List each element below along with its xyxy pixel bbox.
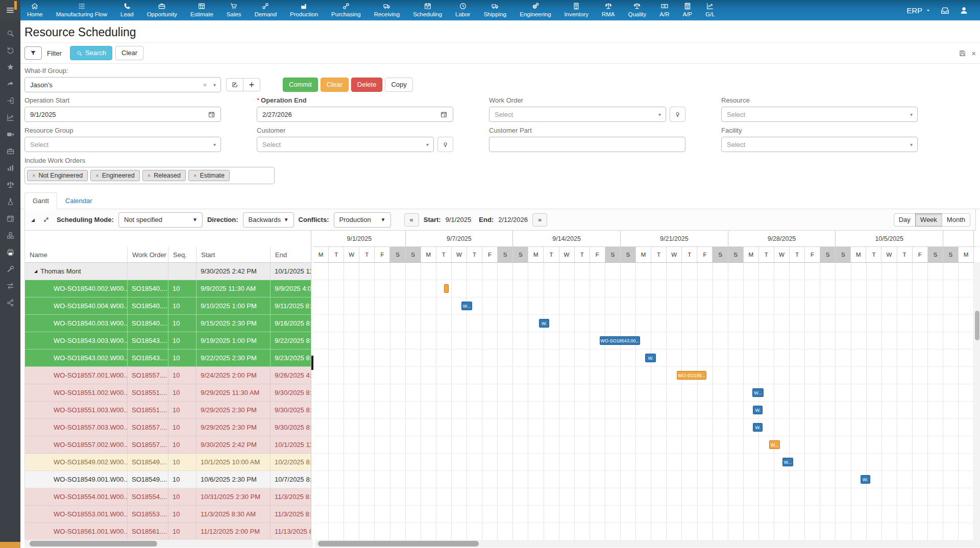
column-header-start[interactable]: Start — [197, 247, 271, 262]
add-whatif-button[interactable] — [243, 78, 260, 91]
close-icon[interactable]: × — [971, 49, 976, 57]
sidebar-item-flask[interactable] — [0, 193, 20, 210]
copy-button[interactable]: Copy — [385, 78, 412, 92]
sidebar-item-briefcase[interactable] — [0, 143, 20, 160]
nav-item[interactable]: A/R — [653, 0, 676, 20]
user-icon[interactable] — [959, 6, 969, 15]
gantt-bar[interactable]: W. — [753, 423, 763, 432]
clear-filter-button[interactable]: Clear — [115, 46, 143, 60]
customer-lookup-button[interactable] — [437, 137, 453, 152]
edit-whatif-button[interactable] — [226, 78, 243, 91]
next-range-button[interactable]: » — [532, 213, 547, 227]
nav-item[interactable]: Sales — [220, 0, 248, 20]
expand-group-icon[interactable]: ◢ — [34, 269, 37, 273]
work-order-row[interactable]: WO-SO18553.001.W00... SO18553.... 10 11/… — [25, 506, 311, 523]
sidebar-item-search[interactable] — [0, 25, 20, 42]
sidebar-item-star[interactable] — [0, 59, 20, 76]
nav-item[interactable]: Estimate — [184, 0, 220, 20]
conflicts-select[interactable]: Production ▼ — [334, 212, 391, 228]
resource-select[interactable]: Select ▾ — [721, 107, 918, 122]
vertical-scrollbar-thumb[interactable] — [975, 311, 979, 340]
remove-tag-icon[interactable]: × — [148, 172, 151, 179]
nav-item[interactable]: RMA — [595, 0, 622, 20]
resource-group-select[interactable]: Select ▾ — [24, 137, 221, 152]
nav-item[interactable]: Engineering — [513, 0, 557, 20]
work-order-row[interactable]: WO-SO18540.003.W00... SO18540.... 10 9/1… — [25, 315, 311, 332]
work-order-row[interactable]: WO-SO18549.002.W00... SO18549.... 10 10/… — [25, 454, 311, 471]
expand-arrows-icon[interactable] — [42, 216, 50, 223]
whatif-group-select[interactable]: Jason's × ▾ — [24, 77, 221, 92]
work-order-row[interactable]: WO-SO18540.002.W00... SO18540.... 10 9/9… — [25, 280, 311, 297]
range-week-button[interactable]: Week — [915, 213, 942, 227]
tab-calendar[interactable]: Calendar — [57, 192, 101, 209]
work-order-lookup-button[interactable] — [670, 107, 685, 122]
gantt-bar[interactable]: W. — [753, 406, 763, 414]
gantt-bar[interactable]: W. — [861, 475, 871, 484]
vertical-scrollbar[interactable] — [974, 262, 980, 540]
nav-item[interactable]: Opportunity — [140, 0, 184, 20]
sidebar-item-undo[interactable] — [0, 42, 20, 59]
nav-item[interactable]: Inventory — [558, 0, 595, 20]
menu-button[interactable] — [0, 0, 20, 20]
sidebar-item-sharenodes[interactable] — [0, 294, 20, 311]
nav-item[interactable]: Receiving — [368, 0, 407, 20]
tab-gantt[interactable]: Gantt — [24, 192, 57, 209]
clear-selection-icon[interactable]: × — [203, 81, 207, 89]
prev-range-button[interactable]: « — [404, 213, 419, 227]
column-header-end[interactable]: End — [271, 247, 311, 262]
facility-select[interactable]: Select ▾ — [721, 137, 918, 152]
work-order-row[interactable]: WO-SO18549.001.W00... SO18549.... 10 10/… — [25, 471, 311, 488]
work-order-row[interactable]: WO-SO18543.003.W00... SO18543.... 10 9/1… — [25, 332, 311, 350]
remove-tag-icon[interactable]: × — [95, 172, 99, 179]
search-button[interactable]: Search — [70, 46, 112, 60]
gantt-bar[interactable] — [444, 284, 449, 293]
sidebar-item-exchange[interactable] — [0, 278, 20, 294]
include-work-orders-input[interactable]: × Not Engineered × Engineered × Released… — [24, 167, 275, 184]
customer-select[interactable]: Select ▾ — [257, 137, 434, 152]
commit-button[interactable]: Commit — [283, 78, 318, 92]
inbox-icon[interactable] — [940, 6, 950, 15]
remove-tag-icon[interactable]: × — [193, 172, 197, 179]
work-order-select[interactable]: Select ▾ — [489, 107, 666, 122]
work-order-row[interactable]: WO-SO18557.001.W00... SO18557.... 10 9/2… — [25, 367, 311, 384]
clear-whatif-button[interactable]: Clear — [321, 78, 349, 92]
column-header-work-order[interactable]: Work Order — [128, 247, 168, 262]
customer-part-input[interactable] — [489, 137, 685, 152]
nav-item[interactable]: Labor — [449, 0, 477, 20]
work-order-row[interactable]: WO-SO18540.004.W00... SO18540.... 10 9/1… — [25, 297, 311, 315]
nav-item[interactable]: Quality — [621, 0, 653, 20]
sidebar-item-balance[interactable] — [0, 177, 20, 193]
gantt-bar[interactable]: W... — [769, 440, 780, 449]
column-header-seq[interactable]: Seq. — [168, 247, 197, 262]
sidebar-item-print[interactable] — [0, 244, 20, 261]
operation-end-input[interactable]: 2/27/2026 — [257, 107, 453, 122]
nav-item[interactable]: Home — [20, 0, 50, 20]
gantt-bar[interactable]: W... — [782, 458, 793, 466]
calendar-icon[interactable] — [440, 111, 448, 118]
filter-toggle-button[interactable] — [24, 46, 42, 60]
gantt-bar[interactable]: WO-SO185... — [677, 371, 706, 380]
sidebar-item-chartline[interactable] — [0, 109, 20, 126]
work-order-row[interactable]: WO-SO18557.003.W00... SO18557.... 10 9/2… — [25, 419, 311, 436]
gantt-hscrollbar[interactable] — [315, 540, 980, 547]
save-view-icon[interactable] — [959, 49, 966, 57]
gantt-bar[interactable]: W. — [645, 354, 656, 362]
range-day-button[interactable]: Day — [894, 213, 916, 227]
sidebar-item-chartbar[interactable] — [0, 160, 20, 177]
collapse-all-icon[interactable]: ◢ — [31, 217, 35, 222]
gantt-bar[interactable]: WO-SO18543.00... — [600, 336, 640, 345]
sidebar-item-video[interactable] — [0, 126, 20, 143]
nav-item[interactable]: Demand — [248, 0, 283, 20]
nav-item[interactable]: Production — [283, 0, 325, 20]
gantt-bar[interactable]: W... — [752, 388, 764, 397]
grid-hscrollbar-thumb[interactable] — [30, 541, 157, 546]
scheduling-mode-select[interactable]: Not specified ▼ — [118, 212, 203, 228]
sidebar-item-wrench[interactable] — [0, 261, 20, 278]
sidebar-item-calendar[interactable] — [0, 210, 20, 227]
calendar-icon[interactable] — [208, 111, 215, 118]
column-header-name[interactable]: Name — [25, 247, 128, 262]
nav-item[interactable]: Purchasing — [325, 0, 368, 20]
operation-start-input[interactable]: 9/1/2025 — [24, 107, 221, 122]
work-order-row[interactable]: WO-SO18561.001.W00... SO18561.... 10 11/… — [25, 523, 311, 540]
remove-tag-icon[interactable]: × — [32, 172, 35, 179]
